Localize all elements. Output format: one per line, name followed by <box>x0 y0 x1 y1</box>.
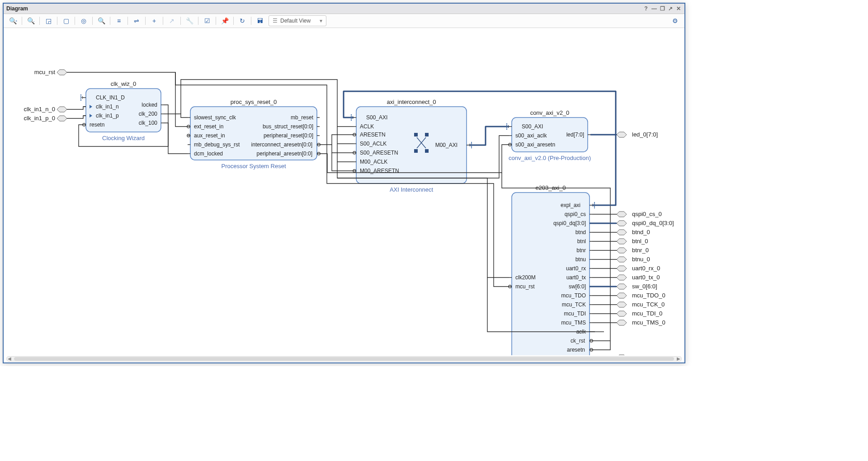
svg-rect-147 <box>414 149 418 153</box>
svg-text:s00_axi_aresetn: s00_axi_aresetn <box>515 141 555 148</box>
svg-rect-105 <box>594 206 595 207</box>
svg-text:mcu_TMS_0: mcu_TMS_0 <box>632 319 665 326</box>
svg-rect-52 <box>351 118 352 119</box>
titlebar[interactable]: Diagram ? — ❐ ↗ ✕ <box>4 4 684 14</box>
settings-icon[interactable]: ⚙ <box>670 15 680 26</box>
validate-icon[interactable]: ☑ <box>202 15 212 26</box>
svg-text:peripheral_aresetn[0:0]: peripheral_aresetn[0:0] <box>257 151 312 157</box>
svg-text:btnl_0: btnl_0 <box>632 238 648 245</box>
svg-text:bus_struct_reset[0:0]: bus_struct_reset[0:0] <box>263 123 313 130</box>
svg-text:resetn: resetn <box>90 122 104 128</box>
zoom-fit-icon[interactable]: ◲ <box>43 15 54 26</box>
svg-text:M00_ACLK: M00_ACLK <box>360 159 387 165</box>
svg-text:clk_100: clk_100 <box>139 120 158 126</box>
svg-text:mcu_TDI: mcu_TDI <box>564 310 586 317</box>
toolbar: 🔍+ 🔍- ◲ ▢ ◎ 🔍 ≡ ⇌ + ↗ 🔧 ☑ 📌 ↻ 🖬 ☰ Defaul… <box>4 14 684 28</box>
svg-rect-5 <box>80 99 81 99</box>
svg-text:M00_AXI: M00_AXI <box>435 142 458 148</box>
help-icon[interactable]: ? <box>643 5 649 12</box>
axi-title: axi_interconnect_0 <box>387 99 436 105</box>
svg-text:sw_0[6:0]: sw_0[6:0] <box>632 283 657 290</box>
svg-text:led[7:0]: led[7:0] <box>566 132 584 138</box>
psr-title: proc_sys_reset_0 <box>231 99 277 105</box>
svg-text:mcu_TDO_0: mcu_TDO_0 <box>632 292 665 299</box>
horizontal-scrollbar[interactable]: ◀▶ <box>6 356 682 362</box>
svg-text:interconnect_aresetn[0:0]: interconnect_aresetn[0:0] <box>251 141 312 148</box>
maximize-icon[interactable]: ↗ <box>667 5 674 12</box>
svg-rect-106 <box>594 207 595 208</box>
svg-text:mcu_TCK: mcu_TCK <box>562 301 586 308</box>
svg-rect-75 <box>471 146 472 147</box>
svg-text:expl_axi: expl_axi <box>561 202 580 208</box>
svg-rect-145 <box>414 133 418 136</box>
wrench-icon: 🔧 <box>184 15 195 26</box>
svg-text:led_0[7:0]: led_0[7:0] <box>632 131 658 138</box>
svg-text:mcu_rst: mcu_rst <box>34 69 56 75</box>
save-icon[interactable]: 🖬 <box>255 15 265 26</box>
svg-text:mb_debug_sys_rst: mb_debug_sys_rst <box>194 141 240 148</box>
svg-text:peripheral_reset[0:0]: peripheral_reset[0:0] <box>264 132 313 139</box>
diagram-window: Diagram ? — ❐ ↗ ✕ 🔍+ 🔍- ◲ ▢ ◎ 🔍 ≡ ⇌ + ↗ … <box>3 3 685 363</box>
svg-rect-3 <box>80 96 81 97</box>
svg-text:clk_in1_n: clk_in1_n <box>96 103 119 110</box>
svg-text:ACLK: ACLK <box>360 123 374 130</box>
svg-text:Processor System Reset: Processor System Reset <box>221 163 286 169</box>
svg-text:uart0_tx: uart0_tx <box>566 274 586 281</box>
refresh-icon[interactable]: ↻ <box>237 15 248 26</box>
svg-text:mcu_TCK_0: mcu_TCK_0 <box>632 301 665 308</box>
svg-text:btnr_0: btnr_0 <box>632 247 649 254</box>
target-icon[interactable]: ◎ <box>78 15 89 26</box>
svg-rect-49 <box>351 114 352 115</box>
svg-text:uart0_rx_0: uart0_rx_0 <box>632 265 660 272</box>
align-icon[interactable]: ⇌ <box>131 15 142 26</box>
add-icon[interactable]: + <box>149 15 160 26</box>
zoom-out-icon[interactable]: 🔍- <box>25 15 36 26</box>
svg-rect-4 <box>80 97 81 98</box>
svg-text:S00_ACLK: S00_ACLK <box>360 141 387 147</box>
view-select-label: Default View <box>280 18 311 24</box>
svg-text:S00_AXI: S00_AXI <box>366 114 387 121</box>
svg-text:mcu_TMS: mcu_TMS <box>561 320 586 326</box>
svg-text:aux_reset_in: aux_reset_in <box>194 132 225 139</box>
svg-text:ck_rst: ck_rst <box>571 338 585 344</box>
svg-text:sw[6:0]: sw[6:0] <box>569 283 586 290</box>
svg-text:mcu_TDI_0: mcu_TDI_0 <box>632 310 662 317</box>
svg-text:slowest_sync_clk: slowest_sync_clk <box>194 114 236 121</box>
svg-rect-6 <box>80 100 81 101</box>
svg-text:conv_axi_v2.0 (Pre-Production): conv_axi_v2.0 (Pre-Production) <box>509 155 591 161</box>
canvas[interactable]: clk_wiz_0CLK_IN1_D+clk_in1_nclk_in1_pres… <box>6 30 682 356</box>
collapse-icon[interactable]: ≡ <box>113 15 124 26</box>
minimize-icon[interactable]: — <box>651 5 657 12</box>
svg-text:CLK_IN1_D: CLK_IN1_D <box>96 94 125 101</box>
svg-text:S00_AXI: S00_AXI <box>522 123 543 130</box>
svg-rect-2 <box>80 94 81 95</box>
svg-text:aresetn: aresetn <box>567 347 585 353</box>
pin-icon[interactable]: 📌 <box>219 15 230 26</box>
svg-text:clk200M: clk200M <box>515 274 536 281</box>
svg-text:btnd_0: btnd_0 <box>632 229 650 235</box>
view-select[interactable]: ☰ Default View ▾ <box>269 15 326 26</box>
svg-text:dcm_locked: dcm_locked <box>194 151 223 157</box>
svg-text:btnl: btnl <box>577 238 586 245</box>
zoom-in-icon[interactable]: 🔍+ <box>8 15 19 26</box>
svg-text:clk_in1_p_0: clk_in1_p_0 <box>24 115 55 122</box>
svg-text:uart0_tx_0: uart0_tx_0 <box>632 274 660 281</box>
svg-text:S00_ARESETN: S00_ARESETN <box>360 150 398 156</box>
restore-icon[interactable]: ❐ <box>659 5 665 12</box>
svg-text:qspi0_cs_0: qspi0_cs_0 <box>632 211 662 217</box>
svg-text:qspi0_dq_0[3:0]: qspi0_dq_0[3:0] <box>632 220 674 226</box>
zoom-select-icon[interactable]: ▢ <box>61 15 71 26</box>
svg-rect-103 <box>594 203 595 204</box>
svg-text:qspi0_cs: qspi0_cs <box>565 211 586 217</box>
chevron-down-icon: ▾ <box>311 18 322 24</box>
search-icon[interactable]: 🔍 <box>96 15 107 26</box>
svg-rect-72 <box>471 142 472 143</box>
svg-text:clk_200: clk_200 <box>139 111 158 117</box>
svg-text:locked: locked <box>142 102 157 108</box>
svg-rect-148 <box>425 149 429 153</box>
close-icon[interactable]: ✕ <box>675 5 682 12</box>
conv-title: conv_axi_v2_0 <box>530 109 570 116</box>
svg-rect-84 <box>506 127 507 128</box>
svg-text:Clocking Wizard: Clocking Wizard <box>102 135 145 141</box>
svg-text:btnd: btnd <box>576 229 586 235</box>
